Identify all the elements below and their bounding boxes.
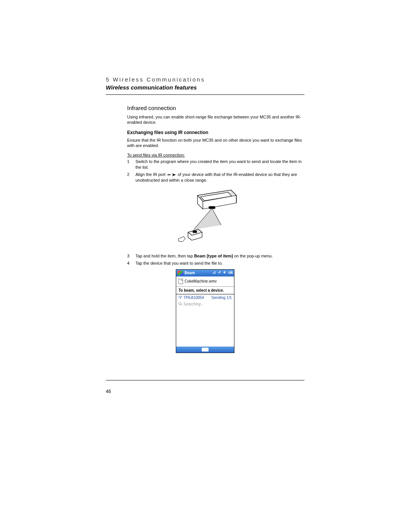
device-titlebar: Beam ok (176, 270, 234, 276)
step-text: Tap and hold the item, then tap Beam [ty… (135, 253, 304, 259)
chapter-subtitle: Wireless communication features (106, 84, 304, 91)
device-status: Sending 1/1 (212, 296, 232, 300)
step-item: 2 Align the IR port of your device with … (127, 172, 304, 183)
step-item: 3 Tap and hold the item, then tap Beam [… (127, 253, 304, 259)
step-list: 3 Tap and hold the item, then tap Beam [… (127, 253, 304, 266)
svg-line-16 (181, 304, 182, 305)
connection-icon (218, 270, 221, 275)
step-item: 4 Tap the device that you want to send t… (127, 260, 304, 266)
searching-label: Searching... (183, 302, 204, 306)
file-row: CokeMachine.wmv (176, 276, 234, 287)
step-list: 1 Switch to the program where you create… (127, 159, 304, 183)
step-number: 3 (127, 253, 135, 259)
svg-point-14 (180, 297, 181, 298)
searching-row: Searching... (176, 301, 234, 308)
footer-rule (106, 380, 304, 380)
step-text: Tap the device that you want to send the… (135, 260, 304, 266)
svg-marker-13 (178, 236, 185, 242)
subsection-intro: Ensure that the IR function on both your… (127, 137, 304, 149)
beam-screenshot: Beam ok CokeMachine.wmv To beam, select … (176, 269, 234, 353)
ok-button[interactable]: ok (228, 270, 233, 275)
beam-target-icon (178, 296, 182, 300)
step-number: 1 (127, 159, 135, 170)
keyboard-icon[interactable] (202, 348, 209, 351)
section-intro: Using infrared, you can enable short-ran… (127, 114, 304, 125)
device-list-body (176, 308, 234, 347)
header-rule (106, 94, 304, 95)
page-number: 46 (106, 389, 111, 394)
step-text: Switch to the program where you created … (135, 159, 304, 170)
svg-rect-0 (167, 174, 170, 175)
signal-icon (212, 270, 216, 275)
device-row[interactable]: TPEA10054 Sending 1/1 (176, 294, 234, 301)
step-number: 4 (127, 260, 135, 266)
section-heading: Infrared connection (127, 105, 304, 111)
device-title: Beam (185, 271, 195, 275)
device-name: TPEA10054 (183, 296, 204, 300)
search-icon (178, 302, 182, 307)
start-icon (178, 271, 183, 275)
device-bottom-bar (176, 347, 234, 353)
chapter-title: 5 Wireless Communications (106, 76, 304, 83)
subsection-heading: Exchanging files using IR connection (127, 130, 304, 135)
device-list-header: To beam, select a device. (176, 287, 234, 294)
step-item: 1 Switch to the program where you create… (127, 159, 304, 170)
step-text: Align the IR port of your device with th… (135, 172, 304, 183)
svg-marker-7 (194, 208, 221, 230)
volume-icon (223, 270, 227, 275)
step-number: 2 (127, 172, 135, 183)
svg-rect-12 (193, 231, 197, 233)
file-name: CokeMachine.wmv (185, 279, 217, 283)
ir-port-icon (167, 172, 176, 178)
file-icon (178, 279, 183, 284)
ir-alignment-illustration (106, 189, 304, 247)
procedure-title: To send files via IR connection: (127, 153, 304, 157)
